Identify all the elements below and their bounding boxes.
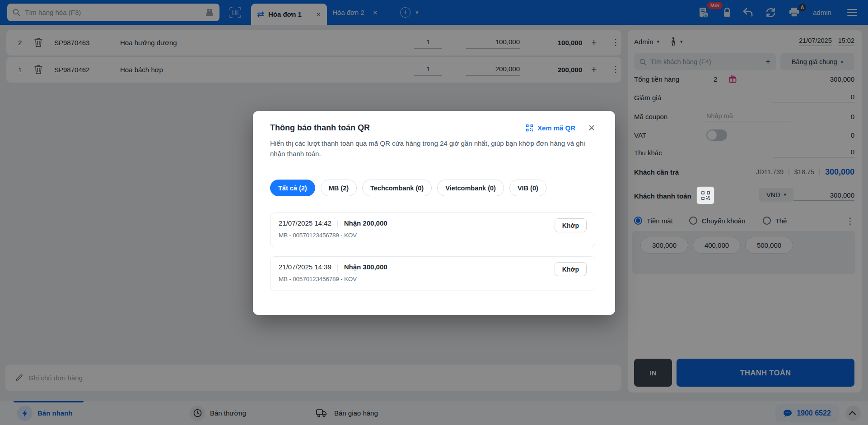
filter-mb[interactable]: MB (2) bbox=[321, 180, 357, 196]
view-qr-link[interactable]: Xem mã QR bbox=[526, 124, 575, 132]
payment-amount: Nhận 300,000 bbox=[344, 263, 387, 271]
payment-amount: Nhận 200,000 bbox=[344, 219, 387, 227]
payment-entry: 21/07/2025 14:42 | Nhận 200,000 MB - 005… bbox=[270, 212, 595, 247]
payment-time: 21/07/2025 14:39 bbox=[279, 263, 331, 271]
bank-filter-chips: Tất cả (2) MB (2) Techcombank (0) Vietco… bbox=[270, 180, 546, 196]
pos-app: ⇄ Hóa đơn 1 ✕ Hóa đơn 2 ✕ + ▾ e Mới A ad… bbox=[0, 0, 868, 425]
filter-vib[interactable]: VIB (0) bbox=[509, 180, 546, 196]
filter-all[interactable]: Tất cả (2) bbox=[270, 180, 315, 196]
match-button[interactable]: Khớp bbox=[555, 262, 587, 276]
payment-account: MB - 00570123456789 - KOV bbox=[279, 276, 357, 282]
payment-entry: 21/07/2025 14:39 | Nhận 300,000 MB - 005… bbox=[270, 256, 595, 291]
qr-payment-button[interactable] bbox=[697, 187, 714, 204]
qr-payment-modal: Thông báo thanh toán QR Xem mã QR ✕ Hiển… bbox=[253, 111, 615, 315]
modal-title: Thông báo thanh toán QR bbox=[270, 123, 370, 133]
filter-vietcombank[interactable]: Vietcombank (0) bbox=[437, 180, 504, 196]
payment-time: 21/07/2025 14:42 bbox=[279, 219, 331, 227]
divider: | bbox=[337, 219, 339, 227]
divider: | bbox=[337, 263, 339, 271]
match-button[interactable]: Khớp bbox=[555, 218, 587, 232]
modal-close-icon[interactable]: ✕ bbox=[588, 123, 595, 133]
payment-account: MB - 00570123456789 - KOV bbox=[279, 232, 357, 239]
filter-techcombank[interactable]: Techcombank (0) bbox=[362, 180, 432, 196]
modal-description: Hiển thị các lượt thanh toán qua mã QR c… bbox=[270, 138, 589, 159]
view-qr-label: Xem mã QR bbox=[537, 124, 575, 132]
